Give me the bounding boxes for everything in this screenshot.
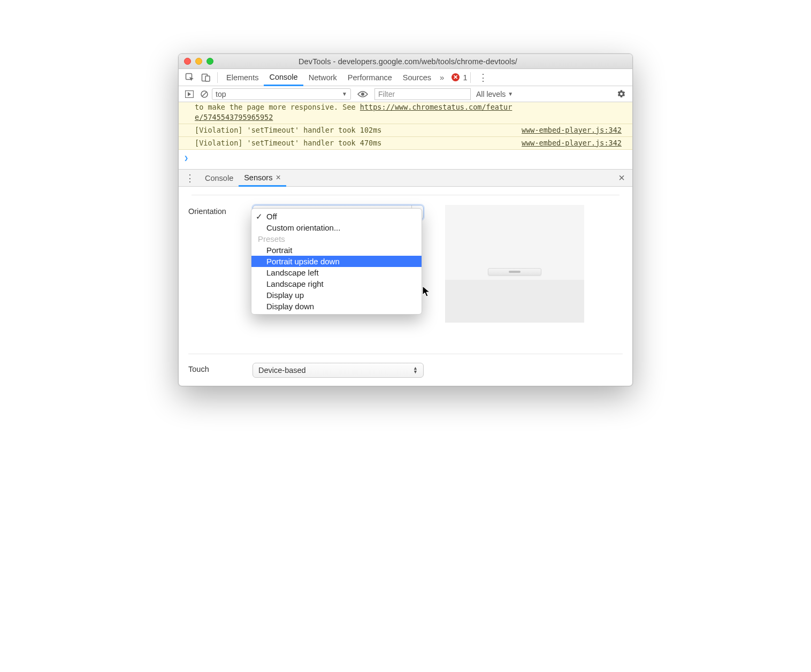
drawer-tab-console[interactable]: Console [200,170,239,186]
device-3d-model [488,268,541,276]
log-row[interactable]: to make the page more responsive. See ht… [179,102,632,124]
log-source-link[interactable]: www-embed-player.js:342 [522,138,622,148]
sensors-panel: Orientation ▲▼ Off Custom orientation...… [179,187,632,386]
dropdown-item-display-up[interactable]: Display up [251,289,422,301]
console-toolbar: top ▼ Filter All levels ▼ [179,86,632,102]
drawer-menu-button[interactable]: ⋮ [181,172,200,184]
log-source-link[interactable]: www-embed-player.js:342 [522,125,622,135]
log-row[interactable]: [Violation] 'setTimeout' handler took 10… [179,124,632,137]
touch-label: Touch [188,363,253,373]
zoom-window-button[interactable] [206,58,213,65]
window-controls [184,58,213,65]
dropdown-item-portrait[interactable]: Portrait [251,245,422,256]
dropdown-item-landscape-right[interactable]: Landscape right [251,278,422,289]
preview-base [445,280,584,323]
log-levels-dropdown[interactable]: All levels ▼ [476,90,513,98]
separator [470,72,471,83]
more-tabs-button[interactable]: » [437,73,447,82]
main-tabs: Elements Console Network Performance Sou… [179,69,632,86]
separator [217,72,218,83]
error-icon: ✕ [452,73,460,81]
chevron-down-icon: ▼ [342,91,347,97]
dropdown-item-display-down[interactable]: Display down [251,301,422,312]
select-stepper-icon: ▲▼ [413,366,418,374]
dropdown-item-custom[interactable]: Custom orientation... [251,222,422,233]
filter-input[interactable]: Filter [374,88,471,100]
settings-menu-button[interactable]: ⋮ [474,72,493,83]
minimize-window-button[interactable] [195,58,202,65]
toggle-sidebar-icon[interactable] [182,88,197,100]
drawer-tab-sensors[interactable]: Sensors × [239,170,286,187]
tab-network[interactable]: Network [303,69,342,86]
console-prompt[interactable]: ❯ [179,150,632,170]
svg-line-5 [202,92,206,96]
log-link[interactable]: e/5745543795965952 [195,113,273,121]
tab-sources[interactable]: Sources [397,69,437,86]
chevron-down-icon: ▼ [508,91,513,97]
close-tab-icon[interactable]: × [276,173,280,182]
tab-console[interactable]: Console [264,70,303,86]
console-settings-icon[interactable] [614,89,629,98]
clear-console-icon[interactable] [197,88,212,101]
console-log-list: to make the page more responsive. See ht… [179,102,632,170]
window-title: DevTools - developers.google.com/web/too… [221,57,627,66]
live-expression-icon[interactable] [354,88,371,100]
context-selector[interactable]: top ▼ [212,88,351,100]
dropdown-item-landscape-left[interactable]: Landscape left [251,267,422,278]
orientation-dropdown: Off Custom orientation... Presets Portra… [251,208,422,315]
dropdown-item-portrait-upside-down[interactable]: Portrait upside down [251,256,422,267]
devtools-window: DevTools - developers.google.com/web/too… [178,54,633,386]
tab-elements[interactable]: Elements [221,69,264,86]
titlebar: DevTools - developers.google.com/web/too… [179,54,632,69]
touch-select[interactable]: Device-based ▲▼ [253,363,424,378]
touch-value: Device-based [258,366,306,375]
filter-placeholder: Filter [378,90,395,98]
dropdown-item-off[interactable]: Off [251,211,422,222]
context-value: top [216,90,226,98]
log-message: [Violation] 'setTimeout' handler took 10… [195,125,382,135]
error-count: 1 [463,73,467,82]
log-row[interactable]: [Violation] 'setTimeout' handler took 47… [179,137,632,150]
orientation-label: Orientation [188,205,253,216]
tab-performance[interactable]: Performance [342,69,397,86]
drawer-tab-label: Sensors [244,173,272,182]
svg-rect-2 [205,76,210,81]
device-toggle-icon[interactable] [198,71,214,85]
log-link[interactable]: https://www.chromestatus.com/featur [360,103,512,111]
error-badge[interactable]: ✕ 1 [452,73,467,82]
touch-row: Touch Device-based ▲▼ [188,354,623,378]
close-window-button[interactable] [184,58,191,65]
dropdown-group-label: Presets [251,233,422,245]
svg-point-6 [361,93,364,96]
device-preview[interactable] [445,205,584,323]
inspect-icon[interactable] [182,71,198,85]
log-text: to make the page more responsive. See [195,103,360,111]
drawer-tabs: ⋮ Console Sensors × × [179,170,632,187]
divider [192,195,619,195]
close-drawer-button[interactable]: × [613,172,630,184]
cursor-icon [422,286,432,297]
log-message: [Violation] 'setTimeout' handler took 47… [195,138,382,148]
levels-label: All levels [476,90,506,98]
